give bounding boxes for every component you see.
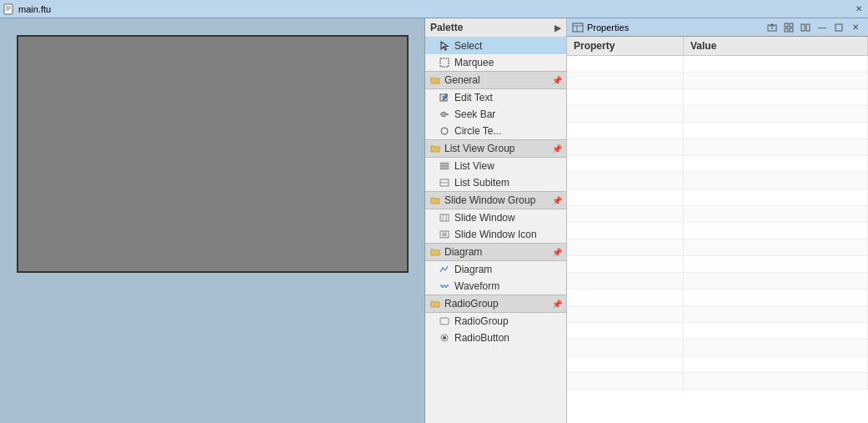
palette-title: Palette bbox=[430, 22, 463, 33]
svg-rect-12 bbox=[440, 165, 449, 167]
properties-title: Properties bbox=[587, 23, 765, 33]
prop-minimize-button[interactable]: — bbox=[815, 20, 830, 35]
listview-pin-icon: 📌 bbox=[552, 144, 562, 154]
waveform-icon bbox=[439, 280, 450, 292]
palette-item-diagram[interactable]: Diagram bbox=[425, 261, 566, 278]
svg-rect-36 bbox=[806, 24, 810, 31]
svg-marker-4 bbox=[441, 42, 448, 50]
prop-columns-button[interactable] bbox=[798, 20, 813, 35]
group-header-listview[interactable]: List View Group 📌 bbox=[425, 139, 566, 158]
file-title: main.ftu bbox=[18, 4, 853, 14]
diagram-label: Diagram bbox=[454, 264, 492, 275]
svg-point-10 bbox=[441, 128, 448, 134]
properties-toolbar: — ✕ bbox=[765, 20, 863, 35]
svg-rect-37 bbox=[835, 24, 842, 31]
svg-point-22 bbox=[443, 233, 446, 236]
slide-window-icon bbox=[439, 212, 450, 224]
general-pin-icon: 📌 bbox=[552, 76, 562, 85]
slide-window-icon-icon bbox=[439, 229, 450, 240]
folder-listview-icon bbox=[429, 143, 441, 154]
prop-row bbox=[567, 56, 868, 73]
svg-rect-16 bbox=[440, 214, 449, 221]
canvas-area bbox=[0, 18, 425, 423]
radiogroup-label: RadioGroup bbox=[454, 315, 509, 327]
select-icon bbox=[439, 40, 450, 52]
properties-title-bar: Properties — ✕ bbox=[567, 18, 868, 37]
slidewindow-pin-icon: 📌 bbox=[552, 196, 562, 205]
svg-rect-13 bbox=[440, 168, 449, 169]
palette-item-list-subitem[interactable]: List Subitem bbox=[425, 174, 566, 191]
palette-item-marquee[interactable]: Marquee bbox=[425, 54, 566, 71]
palette-item-slide-window[interactable]: Slide Window bbox=[425, 209, 566, 226]
prop-export-button[interactable] bbox=[765, 20, 780, 35]
diagram-group-label: Diagram bbox=[444, 246, 552, 258]
palette-item-edit-text[interactable]: Edit Text bbox=[425, 89, 566, 106]
group-header-slidewindow[interactable]: Slide Window Group 📌 bbox=[425, 191, 566, 209]
list-subitem-icon bbox=[439, 177, 450, 189]
properties-panel: Properties — ✕ Property bbox=[567, 18, 868, 423]
slide-window-label: Slide Window bbox=[454, 212, 515, 224]
prop-row bbox=[567, 206, 868, 223]
svg-rect-0 bbox=[4, 4, 13, 14]
canvas-inner[interactable] bbox=[17, 35, 409, 273]
palette-item-select[interactable]: Select bbox=[425, 38, 566, 54]
prop-row bbox=[567, 323, 868, 340]
svg-point-9 bbox=[441, 112, 446, 117]
diagram-pin-icon: 📌 bbox=[552, 248, 562, 257]
listview-group-label: List View Group bbox=[444, 143, 552, 154]
radiobutton-label: RadioButton bbox=[454, 332, 509, 344]
prop-rows bbox=[567, 56, 868, 423]
list-view-label: List View bbox=[454, 160, 494, 172]
radiogroup-icon bbox=[439, 315, 450, 327]
prop-restore-button[interactable] bbox=[831, 20, 846, 35]
prop-row bbox=[567, 306, 868, 323]
prop-row bbox=[567, 89, 868, 106]
palette-item-waveform[interactable]: Waveform bbox=[425, 278, 566, 295]
prop-row bbox=[567, 239, 868, 256]
svg-rect-35 bbox=[801, 24, 805, 31]
svg-rect-32 bbox=[790, 23, 793, 27]
palette-item-radiobutton[interactable]: RadioButton bbox=[425, 330, 566, 346]
group-header-general[interactable]: General 📌 bbox=[425, 71, 566, 89]
svg-rect-11 bbox=[440, 163, 449, 164]
group-header-diagram[interactable]: Diagram 📌 bbox=[425, 243, 566, 261]
prop-header-property: Property bbox=[567, 37, 684, 55]
close-tab-button[interactable]: ✕ bbox=[853, 3, 865, 15]
svg-rect-23 bbox=[440, 318, 449, 325]
palette-item-list-view[interactable]: List View bbox=[425, 158, 566, 174]
palette-expand-icon: ▶ bbox=[554, 23, 561, 33]
slide-window-icon-label: Slide Window Icon bbox=[454, 229, 537, 240]
seek-bar-icon bbox=[439, 108, 450, 120]
folder-slidewindow-icon bbox=[429, 194, 441, 206]
radiobutton-icon bbox=[439, 332, 450, 344]
prop-row bbox=[567, 223, 868, 239]
palette-panel: Palette ▶ Select Marquee General 📌 bbox=[425, 18, 567, 423]
folder-general-icon bbox=[429, 74, 441, 86]
circle-label: Circle Te... bbox=[454, 125, 501, 137]
group-header-radiogroup[interactable]: RadioGroup 📌 bbox=[425, 295, 566, 313]
edit-text-icon bbox=[439, 92, 450, 103]
svg-rect-31 bbox=[785, 23, 788, 27]
prop-table-header: Property Value bbox=[567, 37, 868, 56]
marquee-label: Marquee bbox=[454, 57, 494, 68]
palette-item-circle[interactable]: Circle Te... bbox=[425, 123, 566, 139]
edit-text-label: Edit Text bbox=[454, 92, 493, 103]
svg-rect-34 bbox=[790, 28, 793, 32]
palette-item-radiogroup[interactable]: RadioGroup bbox=[425, 313, 566, 330]
prop-row bbox=[567, 173, 868, 189]
prop-close-button[interactable]: ✕ bbox=[848, 20, 863, 35]
prop-row bbox=[567, 273, 868, 290]
palette-header[interactable]: Palette ▶ bbox=[425, 18, 566, 38]
list-subitem-label: List Subitem bbox=[454, 177, 509, 189]
prop-row bbox=[567, 139, 868, 156]
prop-grid-button[interactable] bbox=[781, 20, 796, 35]
radiogroup-group-label: RadioGroup bbox=[444, 298, 552, 310]
palette-item-slide-window-icon[interactable]: Slide Window Icon bbox=[425, 226, 566, 243]
prop-row bbox=[567, 106, 868, 123]
file-icon bbox=[3, 3, 15, 15]
properties-icon bbox=[572, 22, 584, 33]
prop-row bbox=[567, 373, 868, 390]
palette-item-seek-bar[interactable]: Seek Bar bbox=[425, 106, 566, 123]
main-title-bar: main.ftu ✕ bbox=[0, 0, 868, 18]
marquee-icon bbox=[439, 57, 450, 68]
